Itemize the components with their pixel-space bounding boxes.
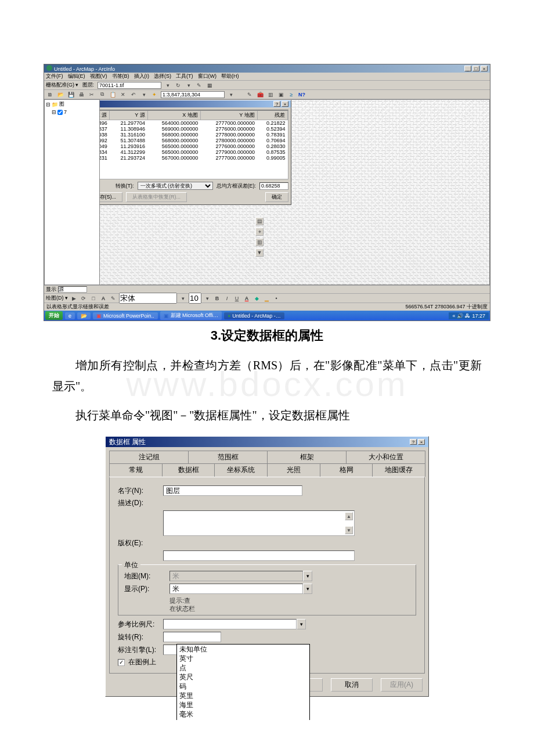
col-resid[interactable]: 残差 xyxy=(257,111,287,120)
table-row[interactable]: 265.15283711.308946569000.0000002776000.… xyxy=(99,126,288,132)
rotate-input[interactable] xyxy=(163,632,221,642)
tray-expand-icon[interactable]: « xyxy=(452,313,455,319)
ref-scale-dd-icon[interactable]: ▾ xyxy=(297,619,306,629)
unit-option[interactable]: 未知单位 xyxy=(177,645,309,654)
df-cancel-button[interactable]: 取消 xyxy=(331,678,373,692)
unit-option[interactable]: 海里 xyxy=(177,700,309,710)
link-recover-button[interactable]: 从表格集中恢复(R)... xyxy=(126,192,187,202)
table-row[interactable]: 115.13449621.297704564000.0000002777000.… xyxy=(99,120,288,127)
unit-option[interactable]: 英寸 xyxy=(177,654,309,663)
tray-network-icon[interactable]: 🖧 xyxy=(465,313,470,319)
cut-icon[interactable]: ✂ xyxy=(88,91,96,99)
display-unit-combo[interactable]: ▾ xyxy=(169,584,312,594)
link-help-button[interactable]: ? xyxy=(273,101,280,107)
copyright-input[interactable] xyxy=(163,550,355,561)
task-ppt[interactable]: ▣Microsoft PowerPoin.. xyxy=(93,312,158,319)
task-office[interactable]: ▣新建 Microsoft Offi… xyxy=(160,311,222,320)
font-name-input[interactable] xyxy=(119,293,177,304)
legend-checkbox[interactable]: ✓ xyxy=(118,659,125,666)
pointer-icon[interactable]: ▶ xyxy=(70,294,78,303)
scroll-down-icon[interactable]: ▼ xyxy=(345,526,353,534)
tab-coordsys[interactable]: 坐标系统 xyxy=(214,463,268,477)
quick-folder-icon[interactable]: 📂 xyxy=(77,312,91,319)
text-icon[interactable]: A xyxy=(99,294,107,303)
table-row[interactable]: 745.14923121.293724567000.0000002777000.… xyxy=(99,155,288,161)
display-unit-options[interactable]: 未知单位英寸点英尺码英里海里毫米厘米米千米十进制度分 秒度 分 秒度十进制分 xyxy=(176,644,310,720)
catalog-icon[interactable]: ▥ xyxy=(266,91,275,99)
unit-option[interactable]: 英里 xyxy=(177,691,309,700)
transform-select[interactable]: 一次多项式 (仿射变换) xyxy=(138,182,213,190)
df-apply-button[interactable]: 应用(A) xyxy=(381,678,423,692)
display-unit-value[interactable] xyxy=(169,584,303,594)
linktable-icon[interactable]: ▦ xyxy=(205,81,214,89)
unit-option[interactable]: 厘米 xyxy=(177,719,309,720)
tab-grid[interactable]: 格网 xyxy=(320,463,373,477)
toc-tab-display[interactable]: 显示 xyxy=(46,286,56,293)
undo-icon[interactable]: ↶ xyxy=(129,91,138,99)
close-button[interactable]: × xyxy=(481,66,488,71)
df-close-button[interactable]: × xyxy=(418,439,425,445)
editor-icon[interactable]: ✎ xyxy=(246,91,254,99)
tab-frame[interactable]: 框架 xyxy=(267,451,347,463)
fontsize-dd-icon[interactable]: ▾ xyxy=(203,294,211,303)
edit-icon[interactable]: ✎ xyxy=(109,294,117,303)
fill-color-icon[interactable]: ◆ xyxy=(252,294,261,303)
ref-scale-input[interactable] xyxy=(163,619,297,629)
menu-tools[interactable]: 工具(T) xyxy=(176,73,193,80)
help-icon[interactable]: N? xyxy=(298,91,306,99)
font-size-input[interactable] xyxy=(189,293,201,304)
link-ok-button[interactable]: 确定 xyxy=(265,192,288,202)
tab-size[interactable]: 大小和位置 xyxy=(346,451,425,463)
note-icon[interactable]: ▥ xyxy=(255,238,264,246)
df-help-button[interactable]: ? xyxy=(410,439,417,445)
unit-option[interactable]: 毫米 xyxy=(177,710,309,719)
marker-color-icon[interactable]: • xyxy=(272,294,280,303)
menu-insert[interactable]: 插入(I) xyxy=(134,73,150,80)
start-button[interactable]: 开始 xyxy=(45,311,63,320)
new-icon[interactable]: 🗎 xyxy=(46,91,54,99)
col-ysrc[interactable]: Y 源 xyxy=(110,111,147,120)
menu-edit[interactable]: 编辑(E) xyxy=(68,73,85,80)
menu-file[interactable]: 文件(F) xyxy=(46,73,63,80)
minus-icon[interactable]: ⊟ xyxy=(52,109,56,115)
col-xmap[interactable]: X 地图 xyxy=(147,111,200,120)
table-row[interactable]: 455.16199251.307488568000.0000002780000.… xyxy=(99,138,288,143)
unit-option[interactable]: 英尺 xyxy=(177,672,309,682)
name-input[interactable] xyxy=(163,485,302,496)
col-xsrc[interactable]: X 源 xyxy=(99,111,110,120)
unit-option[interactable]: 点 xyxy=(177,663,309,672)
task-arcmap[interactable]: ●Untitled - ArcMap -… xyxy=(224,312,284,319)
toc-root[interactable]: ⊟ 📁 图 xyxy=(45,100,99,109)
scale-dd-icon[interactable]: ▾ xyxy=(227,91,235,99)
toolbox-icon[interactable]: 🧰 xyxy=(256,91,264,99)
tab-illum[interactable]: 光照 xyxy=(267,463,320,477)
hammer-icon[interactable]: ⌖ xyxy=(255,228,264,236)
tab-dataframe[interactable]: 数据框 xyxy=(162,463,215,477)
col-ymap[interactable]: Y 地图 xyxy=(200,111,257,120)
link-close-button[interactable]: × xyxy=(282,101,288,107)
link-table-grid[interactable]: 链接 X 源 Y 源 X 地图 Y 地图 残差 115.13449621.297… xyxy=(99,110,288,179)
cmd-icon[interactable]: ▣ xyxy=(277,91,285,99)
ref-scale-combo[interactable]: ▾ xyxy=(163,619,306,629)
georef-menu[interactable]: 栅格配准(G) ▾ xyxy=(46,81,79,89)
desc-textarea[interactable]: ▲ ▼ xyxy=(163,510,355,536)
delete-icon[interactable]: ✕ xyxy=(119,91,127,99)
table-row[interactable]: 525.13604911.293916565000.0000002776000.… xyxy=(99,143,288,149)
scroll-up-icon[interactable]: ▲ xyxy=(345,512,353,520)
system-tray[interactable]: « 🔊 🖧 17:27 xyxy=(449,312,489,319)
quick-ie-icon[interactable]: e xyxy=(65,312,75,319)
tab-general[interactable]: 常规 xyxy=(109,463,163,477)
table-row[interactable]: 625.13683441.312299565000.0000002779000.… xyxy=(99,149,288,155)
map-canvas[interactable]: 链接表 ? × 链接 X 源 xyxy=(99,99,490,285)
dropdown-arrow-icon[interactable]: ▼ xyxy=(255,249,264,257)
tab-extent[interactable]: 范围框 xyxy=(188,451,268,463)
scale-input[interactable] xyxy=(161,91,225,98)
tab-cache[interactable]: 地图缓存 xyxy=(372,463,425,477)
maximize-button[interactable]: □ xyxy=(472,66,479,71)
draw-menu[interactable]: 绘图(D) ▾ xyxy=(46,294,68,302)
italic-button[interactable]: I xyxy=(223,294,231,303)
save-icon[interactable]: 💾 xyxy=(67,91,75,99)
redo-icon[interactable]: ▾ xyxy=(140,91,148,99)
rotate2-icon[interactable]: ⟳ xyxy=(80,294,88,303)
python-icon[interactable]: ≥ xyxy=(287,91,295,99)
